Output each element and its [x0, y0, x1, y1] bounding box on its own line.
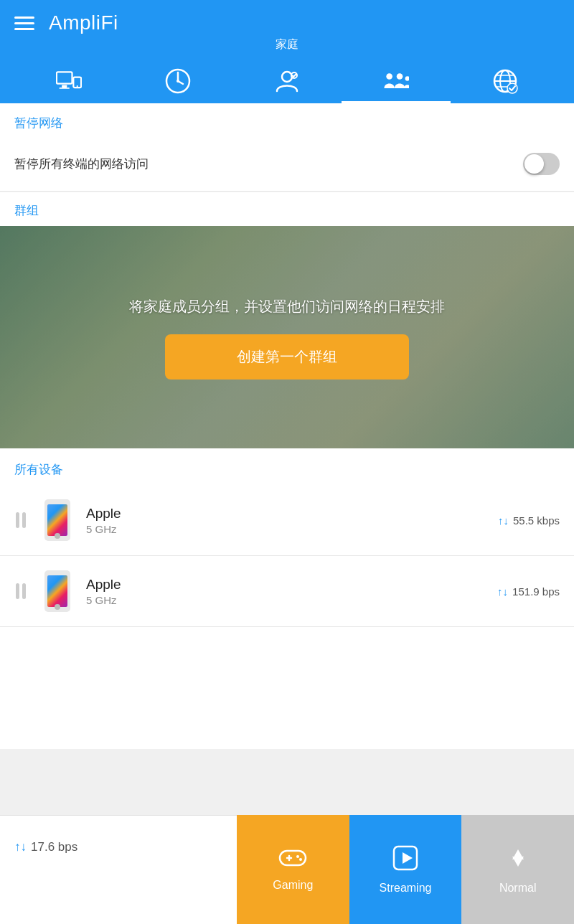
speed-arrows-icon: ↑↓	[498, 514, 509, 527]
device-list: Apple 5 GHz ↑↓ 55.5 kbps	[0, 485, 574, 627]
device-speed: ↑↓ 55.5 kbps	[498, 514, 560, 527]
app-subtitle: 家庭	[14, 37, 560, 52]
hamburger-menu-button[interactable]	[14, 16, 34, 30]
device-name: Apple	[86, 506, 498, 522]
pause-network-label: 暂停所有终端的网络访问	[14, 156, 149, 172]
device-info: Apple 5 GHz	[86, 506, 498, 535]
schedule-icon	[165, 68, 191, 94]
svg-point-9	[386, 73, 392, 80]
devices-icon	[56, 68, 82, 94]
gaming-tab-label: Gaming	[273, 879, 313, 892]
bottom-speed-area: ↑↓ 17.6 bps	[0, 815, 237, 924]
device-icon	[40, 569, 75, 613]
svg-point-22	[299, 858, 302, 861]
play-icon	[392, 845, 418, 871]
header: AmpliFi 家庭	[0, 0, 574, 103]
device-info: Apple 5 GHz	[86, 577, 497, 606]
gaming-icon	[278, 848, 307, 873]
tab-schedule[interactable]	[123, 61, 232, 103]
device-freq: 5 GHz	[86, 523, 498, 535]
bottom-speed-arrows-icon: ↑↓	[14, 840, 27, 854]
global-icon	[492, 68, 518, 94]
svg-rect-0	[57, 72, 72, 83]
tab-gaming-button[interactable]: Gaming	[237, 815, 349, 924]
create-group-button[interactable]: 创建第一个群组	[165, 334, 409, 380]
svg-point-10	[397, 73, 403, 80]
speed-value: 55.5 kbps	[513, 514, 560, 527]
nav-tabs	[14, 61, 560, 103]
normal-icon	[505, 845, 531, 876]
tab-family[interactable]	[342, 61, 451, 103]
streaming-tab-label: Streaming	[380, 882, 432, 895]
tab-global[interactable]	[451, 61, 560, 103]
device-icon	[40, 498, 75, 542]
device-item: Apple 5 GHz ↑↓ 151.9 bps	[0, 556, 574, 627]
svg-rect-1	[62, 85, 67, 88]
device-item: Apple 5 GHz ↑↓ 55.5 kbps	[0, 485, 574, 556]
pause-network-toggle[interactable]	[523, 153, 560, 175]
groups-hero-banner: 将家庭成员分组，并设置他们访问网络的日程安排 创建第一个群组	[0, 226, 574, 448]
normal-tab-label: Normal	[499, 882, 537, 895]
tab-profile[interactable]	[232, 61, 342, 103]
tab-streaming-button[interactable]: Streaming	[349, 815, 462, 924]
app-title: AmpliFi	[49, 11, 118, 34]
streaming-icon	[392, 845, 418, 876]
svg-rect-18	[280, 851, 306, 865]
tab-normal-button[interactable]: Normal	[461, 815, 574, 924]
device-freq: 5 GHz	[86, 594, 497, 606]
device-speed: ↑↓ 151.9 bps	[497, 585, 560, 598]
device-name: Apple	[86, 577, 497, 593]
svg-rect-2	[60, 88, 70, 89]
bottom-bar: ↑↓ 17.6 bps Gaming Streaming	[0, 815, 574, 924]
speed-value: 151.9 bps	[512, 585, 560, 598]
speed-arrows-icon: ↑↓	[497, 585, 508, 598]
tab-devices[interactable]	[14, 61, 123, 103]
svg-point-21	[296, 855, 299, 858]
bottom-speed: ↑↓ 17.6 bps	[14, 840, 77, 854]
family-icon	[383, 68, 409, 94]
profile-icon	[274, 68, 300, 94]
updown-arrows-icon	[505, 845, 531, 871]
svg-marker-24	[403, 852, 413, 864]
pause-network-header: 暂停网络	[0, 103, 574, 140]
groups-header: 群组	[0, 192, 574, 226]
device-pause-button[interactable]	[14, 583, 27, 599]
svg-point-7	[282, 72, 292, 82]
svg-marker-26	[512, 857, 524, 867]
svg-point-4	[77, 85, 78, 87]
all-devices-header: 所有设备	[0, 448, 574, 485]
pause-network-row: 暂停所有终端的网络访问	[0, 140, 574, 191]
svg-point-6	[177, 80, 179, 82]
hero-description: 将家庭成员分组，并设置他们访问网络的日程安排	[100, 296, 474, 317]
device-pause-button[interactable]	[14, 512, 27, 528]
svg-point-11	[405, 76, 409, 80]
gamepad-icon	[278, 848, 307, 868]
content-area: 暂停网络 暂停所有终端的网络访问 群组 将家庭成员分组，并设置他们访问网络的日程…	[0, 103, 574, 749]
bottom-speed-value: 17.6 bps	[31, 840, 77, 854]
